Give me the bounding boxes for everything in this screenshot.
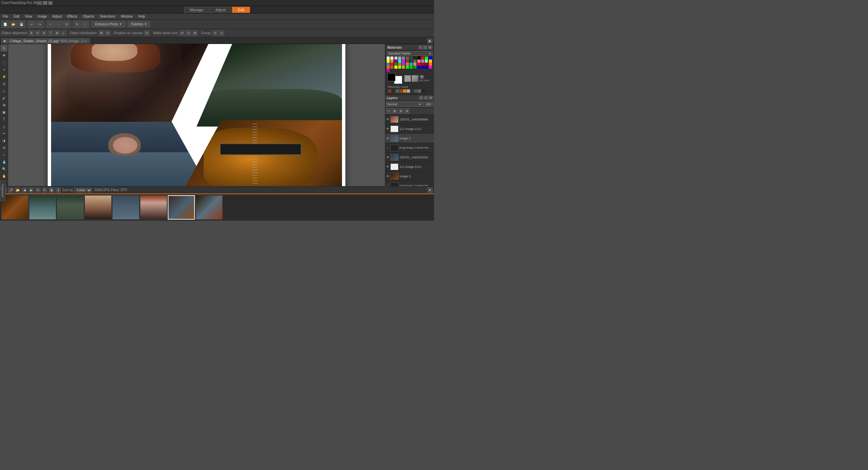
tab-edit[interactable]: Edit [232, 7, 250, 13]
filmstrip-thumb-collage-active[interactable] [168, 195, 195, 220]
swatch-m2[interactable] [387, 69, 390, 72]
filmstrip-info-button[interactable]: ℹ [55, 187, 61, 193]
filmstrip-next-button[interactable]: ▶ [28, 187, 34, 193]
swap-colors-button[interactable]: ⇄ [420, 75, 424, 79]
dist-v[interactable]: ⊡ [105, 30, 111, 36]
menu-effects[interactable]: Effects [66, 15, 78, 18]
align-center[interactable]: ⊡ [35, 30, 41, 36]
layer-6[interactable]: 👁 Image 3 [385, 172, 434, 181]
swatch-brown[interactable] [406, 60, 409, 63]
redo-button[interactable]: ↪ [36, 21, 44, 28]
paint-tool[interactable]: 🖌 [1, 94, 7, 101]
pattern-box-2[interactable] [412, 75, 418, 82]
menu-help[interactable]: Help [137, 15, 146, 18]
dist-h[interactable]: ⊠ [99, 30, 104, 36]
shape-tool[interactable]: △ [1, 123, 7, 130]
layer-vis-3[interactable]: 👁 [386, 146, 390, 150]
swatch-y1[interactable] [394, 66, 397, 69]
delete-layer-button[interactable]: 🗑 [392, 108, 397, 114]
swatch-slateblue[interactable] [402, 63, 405, 66]
align-middle[interactable]: ⊞ [54, 30, 60, 36]
layer-vis-4[interactable]: 👁 [386, 156, 390, 159]
tab-close-button[interactable]: ✕ [84, 40, 87, 43]
materials-panel-controls[interactable]: ─ □ ✕ [418, 45, 432, 49]
layers-blend-mode[interactable]: Normal ▼ [386, 102, 422, 107]
recent-6[interactable] [407, 89, 410, 93]
swatch-lightseagreen[interactable] [410, 63, 413, 66]
swatch-y2[interactable] [398, 66, 401, 69]
layer-0[interactable]: 👁 136701_1465068806 [385, 115, 434, 124]
layers-panel-float[interactable]: □ [424, 96, 428, 100]
new-button[interactable]: 📄 [1, 21, 9, 28]
filmstrip-thumb-woman-red[interactable] [140, 195, 167, 220]
add-layer-button[interactable]: + [386, 108, 391, 114]
flip-button[interactable]: ↕ [82, 21, 89, 28]
fill-tool[interactable]: ▣ [1, 109, 7, 115]
same-h[interactable]: H [186, 30, 191, 36]
swatch-steelblue[interactable] [387, 63, 390, 66]
selection-tool[interactable]: ⬚ [1, 59, 7, 66]
swatch-7[interactable] [413, 57, 416, 60]
swatch-tomato[interactable] [406, 63, 409, 66]
swatch-g3[interactable] [413, 66, 416, 69]
palettes-button[interactable]: Palettes ▼ [128, 21, 150, 27]
align-left[interactable]: ⊐ [29, 30, 34, 36]
canvas-area[interactable] [8, 44, 385, 186]
merge-layer-button[interactable]: ⊞ [398, 108, 404, 114]
swatch-o1[interactable] [429, 63, 432, 66]
filmstrip-folder-button[interactable]: 📂 [15, 187, 20, 193]
tab-adjust[interactable]: Adjust [210, 7, 232, 13]
crop-tool[interactable]: ⊡ [1, 80, 7, 87]
pan-tool[interactable]: ✋ [1, 173, 7, 179]
recent-9[interactable] [418, 89, 421, 93]
menu-adjust[interactable]: Adjust [51, 15, 63, 18]
filmstrip-prev-button[interactable]: ◀ [22, 187, 27, 193]
filmstrip-pin-button[interactable]: 📌 [8, 187, 14, 193]
pos-btn[interactable]: ⊡ [144, 30, 150, 36]
layer-4[interactable]: 👁 136701_1465325262 [385, 153, 434, 162]
lasso-tool[interactable]: ∿ [1, 66, 7, 73]
layers-panel-close[interactable]: ✕ [429, 96, 433, 100]
foreground-color-box[interactable] [387, 73, 395, 81]
recent-7[interactable] [410, 89, 414, 93]
recent-1[interactable] [388, 89, 391, 93]
align-right[interactable]: ⊏ [42, 30, 47, 36]
swatch-blue[interactable] [429, 57, 432, 60]
swatch-magenta[interactable] [402, 60, 405, 63]
swatch-2[interactable] [394, 57, 397, 60]
swatch-green[interactable] [425, 57, 428, 60]
swatch-r1[interactable] [417, 63, 420, 66]
layer-7[interactable]: 👁 Drag image 3 below this mask [385, 181, 434, 186]
eraser-tool[interactable]: ⊠ [1, 102, 7, 108]
next-tab-button[interactable]: ▶ [427, 38, 433, 44]
swatch-lime[interactable] [425, 60, 428, 63]
close-button[interactable]: ✕ [48, 1, 53, 5]
fit-button[interactable]: ⊡ [63, 21, 70, 28]
swatch-red[interactable] [421, 57, 424, 60]
organizer-tab[interactable]: Organizer [0, 181, 5, 201]
layer-2[interactable]: 👁 Image 2 [385, 134, 434, 143]
enhance-photo-button[interactable]: Enhance Photo ▼ [92, 21, 125, 27]
align-bottom[interactable]: ⊥ [61, 30, 66, 36]
text-tool[interactable]: T [1, 116, 7, 122]
undo-button[interactable]: ↩ [28, 21, 36, 28]
layers-panel-controls[interactable]: ─ □ ✕ [419, 96, 433, 100]
swatch-cyan[interactable] [398, 60, 401, 63]
canvas-image[interactable] [51, 44, 342, 186]
materials-panel-close[interactable]: ✕ [428, 45, 432, 49]
window-controls[interactable]: ─ ❐ ✕ [37, 1, 53, 5]
tab-manage[interactable]: Manage [184, 7, 209, 13]
swatch-darkgold[interactable] [398, 63, 401, 66]
layer-props-button[interactable]: ⚙ [404, 108, 410, 114]
doc-tab[interactable]: Collage_Shatter_Shatter_01.jpg* 49% (Ima… [7, 38, 90, 44]
open-button[interactable]: 📂 [9, 21, 17, 28]
layers-opacity[interactable]: 100 [423, 102, 433, 107]
filmstrip-rotate-left-button[interactable]: ↺ [35, 187, 41, 193]
filmstrip-thumb-guitar[interactable] [1, 195, 28, 220]
layer-1[interactable]: 👁 111 Image 1111 [385, 124, 434, 134]
swatch-o2[interactable] [387, 66, 390, 69]
swatch-r3[interactable] [425, 63, 428, 66]
menu-selections[interactable]: Selections [98, 15, 117, 18]
swatch-white[interactable] [387, 57, 390, 60]
recent-10[interactable] [421, 89, 425, 93]
